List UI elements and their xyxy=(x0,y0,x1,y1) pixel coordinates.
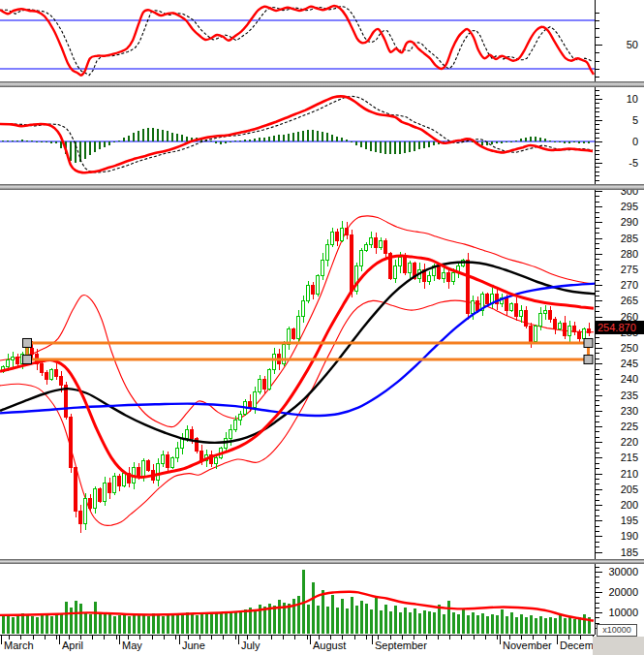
annotation-handle[interactable] xyxy=(23,355,32,363)
volume-bar xyxy=(380,610,383,634)
candle-down xyxy=(447,272,450,282)
volume-bar xyxy=(215,613,218,634)
candle-up xyxy=(443,272,445,278)
volume-bar xyxy=(152,613,155,634)
candle-up xyxy=(452,272,455,282)
panel-splitter-macd[interactable] xyxy=(0,184,644,190)
candle-up xyxy=(380,241,383,247)
histogram-bar xyxy=(167,131,169,141)
volume-bar xyxy=(79,604,82,634)
volume-bar xyxy=(273,606,276,634)
volume-bar xyxy=(128,616,131,634)
volume-bar xyxy=(26,614,29,634)
volume-bar xyxy=(544,618,547,634)
volume-bar xyxy=(70,608,73,634)
annotation-handle[interactable] xyxy=(584,355,593,363)
axis-tick-label: 275 xyxy=(621,264,638,275)
volume-bar xyxy=(355,606,358,634)
volume-bar xyxy=(205,613,208,634)
histogram-bar xyxy=(244,140,246,141)
volume-bar xyxy=(501,609,504,634)
volume-bar xyxy=(346,608,349,634)
volume-bar xyxy=(535,618,537,634)
candle-down xyxy=(292,329,295,339)
candle-up xyxy=(259,379,261,391)
volume-bar xyxy=(525,617,528,634)
candle-down xyxy=(16,358,19,363)
chart-canvas[interactable]: 501050-530029529028528027527026526025525… xyxy=(0,0,644,655)
histogram-bar xyxy=(225,141,227,143)
histogram-bar xyxy=(133,133,135,141)
volume-bar xyxy=(404,608,407,634)
candle-down xyxy=(41,363,44,373)
annotation-handle[interactable] xyxy=(584,338,593,347)
volume-bar xyxy=(181,613,184,634)
candle-up xyxy=(157,464,160,480)
volume-bar xyxy=(46,615,48,634)
volume-bar xyxy=(438,605,441,634)
histogram-bar xyxy=(55,141,57,143)
histogram-bar xyxy=(515,140,517,141)
candle-down xyxy=(79,511,82,523)
histogram-bar xyxy=(588,141,590,143)
candle-up xyxy=(123,474,126,486)
volume-bar xyxy=(322,590,324,634)
histogram-bar xyxy=(418,141,420,149)
histogram-bar xyxy=(186,137,188,141)
histogram-bar xyxy=(152,128,154,141)
volume-bar xyxy=(549,617,552,634)
volume-bar xyxy=(365,604,368,634)
candle-up xyxy=(234,421,237,430)
month-label: April xyxy=(62,639,83,651)
volume-bar xyxy=(307,605,310,634)
candle-down xyxy=(588,329,591,333)
candle-down xyxy=(167,454,169,467)
histogram-bar xyxy=(46,141,47,142)
volume-bar xyxy=(409,612,412,634)
volume-bar xyxy=(2,616,5,634)
histogram-bar xyxy=(525,138,527,141)
histogram-bar xyxy=(162,130,164,141)
candle-down xyxy=(384,241,387,254)
histogram-bar xyxy=(210,140,212,141)
axis-tick-label: 290 xyxy=(621,216,638,228)
histogram-bar xyxy=(510,141,512,142)
month-label: September xyxy=(375,639,427,651)
axis-tick-label: 265 xyxy=(621,295,638,306)
candle-down xyxy=(118,477,121,486)
volume-bar xyxy=(157,615,160,634)
histogram-bar xyxy=(535,137,537,141)
histogram-bar xyxy=(326,133,328,141)
candle-up xyxy=(176,449,179,458)
panel-splitter-stochastic[interactable] xyxy=(0,81,644,87)
histogram-bar xyxy=(380,141,382,153)
panel-splitter-volume[interactable] xyxy=(0,559,644,564)
histogram-bar xyxy=(142,129,144,141)
volume-bar xyxy=(394,606,397,634)
volume-bar xyxy=(467,615,470,634)
volume-bar xyxy=(186,612,189,634)
candle-up xyxy=(254,391,257,407)
candle-up xyxy=(326,244,329,260)
histogram-bar xyxy=(506,141,507,142)
volume-bar xyxy=(360,601,363,634)
histogram-bar xyxy=(564,141,566,143)
histogram-bar xyxy=(215,141,217,143)
candle-up xyxy=(186,429,189,439)
volume-bar xyxy=(399,612,402,634)
histogram-bar xyxy=(176,134,178,141)
axis-tick-label: 0 xyxy=(632,136,638,147)
month-label: November xyxy=(503,639,552,651)
volume-bar xyxy=(317,606,320,634)
volume-bar xyxy=(210,614,213,634)
month-label: May xyxy=(122,639,142,651)
histogram-bar xyxy=(292,133,294,141)
histogram-bar xyxy=(389,141,391,154)
axis-tick-label: 270 xyxy=(621,279,638,291)
axis-tick-label: 5 xyxy=(632,114,638,126)
annotation-handle[interactable] xyxy=(23,338,32,347)
histogram-bar xyxy=(394,141,396,154)
histogram-bar xyxy=(75,141,77,163)
axis-tick-label: 210 xyxy=(621,468,638,480)
month-label: July xyxy=(241,639,261,651)
